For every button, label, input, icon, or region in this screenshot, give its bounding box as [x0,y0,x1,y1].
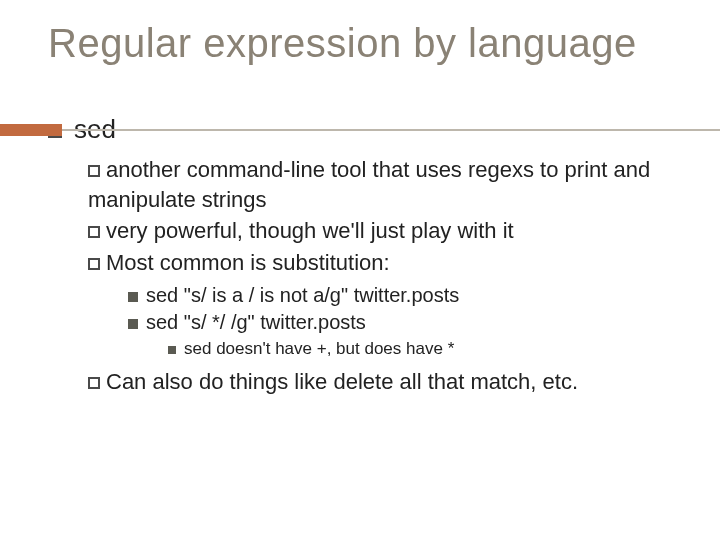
title-underline [62,129,720,131]
square-outline-icon [88,258,100,270]
bullet-level3: sed "s/ is a / is not a/g" twitter.posts [128,282,690,309]
content-area: sed another command-line tool that uses … [48,114,690,396]
slide-title: Regular expression by language [48,20,690,66]
square-outline-icon [88,377,100,389]
level2-text: very powerful, though we'll just play wi… [106,218,514,243]
level2-text: Can also do things like delete all that … [106,369,578,394]
level2-text: Most common is substitution: [106,250,390,275]
square-outline-icon [88,226,100,238]
slide: Regular expression by language sed anoth… [0,0,720,540]
bullet-level2: very powerful, though we'll just play wi… [88,216,690,246]
level3-group: sed "s/ is a / is not a/g" twitter.posts… [128,282,690,361]
accent-bar [0,124,62,136]
level4-text: sed doesn't have +, but does have * [184,339,454,358]
level3-text: sed "s/ */ /g" twitter.posts [146,311,366,333]
level4-group: sed doesn't have +, but does have * [168,338,690,361]
square-filled-icon [128,319,138,329]
bullet-level2: Can also do things like delete all that … [88,367,690,397]
square-outline-icon [88,165,100,177]
square-filled-icon [128,292,138,302]
level3-text: sed "s/ is a / is not a/g" twitter.posts [146,284,459,306]
bullet-level2: another command-line tool that uses rege… [88,155,690,214]
bullet-level3: sed "s/ */ /g" twitter.posts [128,309,690,336]
bullet-level4: sed doesn't have +, but does have * [168,338,690,361]
level2-text: another command-line tool that uses rege… [88,157,650,212]
level2-group: another command-line tool that uses rege… [88,155,690,396]
bullet-level2: Most common is substitution: [88,248,690,278]
square-filled-small-icon [168,346,176,354]
